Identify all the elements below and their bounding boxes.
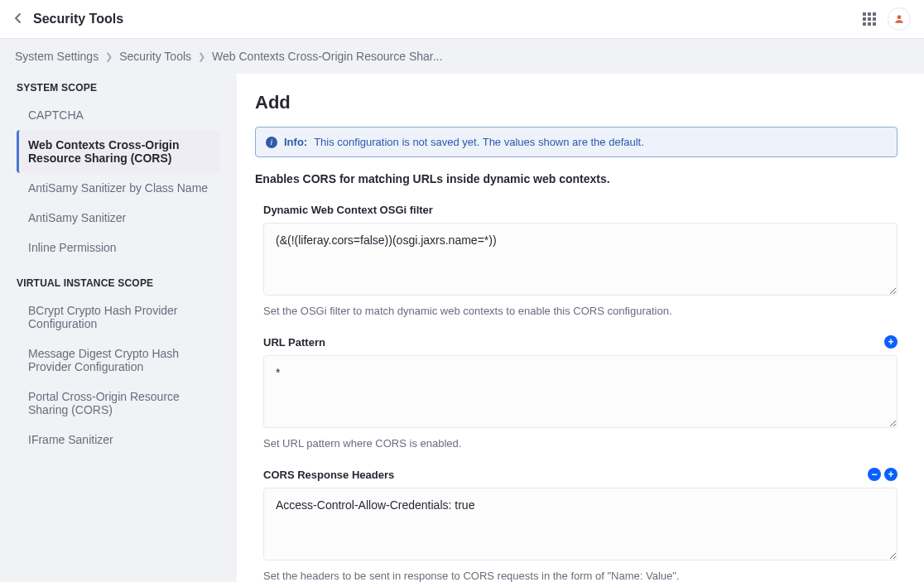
add-button[interactable]: + <box>884 335 898 349</box>
topbar-right <box>863 7 911 31</box>
field-actions: + <box>884 335 898 349</box>
field-header: URL Pattern + <box>263 335 898 349</box>
sidebar-heading: VIRTUAL INSTANCE SCOPE <box>17 277 220 289</box>
info-alert: i Info: This configuration is not saved … <box>255 127 898 157</box>
sidebar-item-cors-web-contexts[interactable]: Web Contexts Cross-Origin Resource Shari… <box>17 130 220 173</box>
field-header: Dynamic Web Context OSGi filter <box>263 204 898 216</box>
field-help: Set the OSGi filter to match dynamic web… <box>263 305 898 317</box>
breadcrumb-item[interactable]: System Settings <box>15 50 99 63</box>
breadcrumb-item-current[interactable]: Web Contexts Cross-Origin Resource Shar.… <box>212 50 442 63</box>
field-help: Set the headers to be sent in response t… <box>263 570 898 582</box>
field-label: URL Pattern <box>263 336 325 349</box>
cors-headers-input[interactable] <box>263 488 898 560</box>
sidebar-item-iframe-sanitizer[interactable]: IFrame Sanitizer <box>17 425 220 455</box>
back-icon[interactable] <box>13 12 23 26</box>
sidebar-heading: SYSTEM SCOPE <box>17 82 220 94</box>
sidebar-item-bcrypt[interactable]: BCrypt Crypto Hash Provider Configuratio… <box>17 296 220 339</box>
add-button[interactable]: + <box>884 468 898 481</box>
layout: SYSTEM SCOPE CAPTCHA Web Contexts Cross-… <box>0 74 924 582</box>
main-content: Add i Info: This configuration is not sa… <box>237 74 924 582</box>
alert-label: Info: <box>284 136 307 148</box>
topbar: Security Tools <box>0 0 924 39</box>
avatar[interactable] <box>888 7 911 31</box>
sidebar-item-inline-permission[interactable]: Inline Permission <box>17 233 220 262</box>
chevron-right-icon: ❯ <box>198 51 205 62</box>
info-icon: i <box>266 137 277 148</box>
topbar-left: Security Tools <box>13 12 123 26</box>
field-actions: − + <box>868 468 898 481</box>
url-pattern-input[interactable] <box>263 355 898 428</box>
remove-button[interactable]: − <box>868 468 881 481</box>
field-label: CORS Response Headers <box>263 469 394 481</box>
sidebar-item-antisamy[interactable]: AntiSamy Sanitizer <box>17 203 220 233</box>
main-heading: Add <box>255 92 898 113</box>
field-osgi-filter: Dynamic Web Context OSGi filter Set the … <box>255 204 898 317</box>
field-header: CORS Response Headers − + <box>263 468 898 481</box>
breadcrumb: System Settings ❯ Security Tools ❯ Web C… <box>0 39 924 74</box>
sidebar: SYSTEM SCOPE CAPTCHA Web Contexts Cross-… <box>0 74 237 582</box>
alert-text: This configuration is not saved yet. The… <box>314 136 644 148</box>
sidebar-item-message-digest[interactable]: Message Digest Crypto Hash Provider Conf… <box>17 339 220 382</box>
osgi-filter-input[interactable] <box>263 223 898 296</box>
field-url-pattern: URL Pattern + Set URL pattern where CORS… <box>255 335 898 450</box>
sidebar-item-captcha[interactable]: CAPTCHA <box>17 100 220 130</box>
config-description: Enables CORS for matching URLs inside dy… <box>255 172 898 185</box>
chevron-right-icon: ❯ <box>105 51 113 62</box>
field-label: Dynamic Web Context OSGi filter <box>263 204 433 216</box>
field-cors-headers: CORS Response Headers − + Set the header… <box>255 468 898 582</box>
breadcrumb-item[interactable]: Security Tools <box>119 50 191 63</box>
sidebar-item-antisamy-class[interactable]: AntiSamy Sanitizer by Class Name <box>17 173 220 203</box>
field-help: Set URL pattern where CORS is enabled. <box>263 437 898 450</box>
sidebar-item-portal-cors[interactable]: Portal Cross-Origin Resource Sharing (CO… <box>17 382 220 425</box>
apps-icon[interactable] <box>863 12 876 26</box>
page-title: Security Tools <box>33 12 123 26</box>
